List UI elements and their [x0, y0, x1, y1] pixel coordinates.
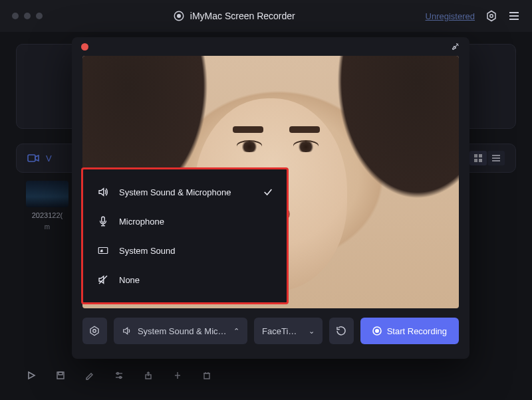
svg-rect-8: [474, 154, 477, 157]
list-view-button[interactable]: [487, 151, 505, 165]
export-icon[interactable]: [144, 371, 153, 380]
play-icon[interactable]: [27, 371, 36, 380]
svg-rect-25: [204, 373, 209, 379]
chevron-down-icon: ⌄: [309, 327, 315, 336]
edit-icon[interactable]: [85, 371, 94, 380]
svg-rect-17: [59, 372, 63, 375]
record-icon: [372, 326, 382, 336]
speaker-icon: [122, 326, 132, 336]
audio-source-label: System Sound & Microphone: [138, 326, 227, 336]
svg-point-1: [177, 14, 181, 18]
app-title-text: iMyMac Screen Recorder: [190, 11, 295, 21]
audio-source-dropdown[interactable]: System Sound & Microphone ⌃: [114, 318, 247, 344]
audio-option-label: System Sound & Microphone: [119, 187, 231, 197]
svg-point-3: [490, 15, 493, 18]
video-icon: [27, 153, 39, 163]
thumbnail-filename-line2: m: [45, 223, 50, 231]
svg-marker-29: [90, 326, 98, 336]
svg-marker-2: [487, 11, 495, 21]
app-logo-icon: [173, 10, 185, 22]
chevron-up-icon: ⌃: [233, 327, 239, 336]
audio-option-system-and-mic[interactable]: System Sound & Microphone: [83, 177, 287, 207]
audio-option-microphone[interactable]: Microphone: [83, 207, 287, 236]
bottom-toolbar: [27, 371, 211, 380]
svg-point-32: [375, 329, 379, 333]
svg-rect-36: [98, 248, 108, 254]
menu-icon[interactable]: [508, 11, 520, 21]
sliders-icon[interactable]: [114, 371, 124, 380]
svg-rect-33: [102, 217, 105, 222]
titlebar: iMyMac Screen Recorder Unregistered: [0, 0, 532, 32]
svg-rect-9: [479, 154, 482, 157]
audio-option-label: System Sound: [119, 246, 176, 256]
preview-close-button[interactable]: [81, 43, 88, 50]
view-toggle: [469, 151, 505, 165]
media-tab-label[interactable]: V: [46, 153, 52, 163]
start-recording-label: Start Recording: [387, 326, 447, 336]
svg-rect-10: [474, 159, 477, 162]
app-title: iMyMac Screen Recorder: [43, 10, 426, 22]
speaker-icon: [96, 186, 110, 198]
svg-rect-11: [479, 159, 482, 162]
media-thumbnail[interactable]: 2023122( m: [19, 181, 76, 231]
camera-source-label: FaceTime …: [262, 326, 302, 336]
pin-icon[interactable]: [449, 40, 462, 53]
camera-source-dropdown[interactable]: FaceTime … ⌄: [254, 318, 323, 344]
compress-icon[interactable]: [173, 371, 182, 380]
maximize-window-button[interactable]: [36, 13, 43, 19]
svg-point-30: [93, 330, 96, 333]
audio-option-none[interactable]: None: [83, 265, 287, 294]
check-icon: [263, 187, 273, 197]
grid-view-button[interactable]: [469, 151, 487, 165]
window-controls: [12, 13, 43, 19]
start-recording-button[interactable]: Start Recording: [360, 318, 459, 344]
minimize-window-button[interactable]: [24, 13, 31, 19]
svg-rect-7: [28, 155, 35, 161]
audio-source-menu: System Sound & Microphone Microphone Sys…: [81, 167, 289, 304]
registration-link[interactable]: Unregistered: [426, 11, 475, 21]
thumbnail-filename: 2023122(: [32, 211, 63, 219]
delete-icon[interactable]: [202, 371, 211, 380]
preview-controls: System Sound & Microphone ⌃ FaceTime … ⌄…: [72, 308, 469, 344]
audio-option-label: None: [119, 275, 140, 285]
audio-option-system-sound[interactable]: System Sound: [83, 236, 287, 265]
audio-option-label: Microphone: [119, 217, 164, 227]
close-window-button[interactable]: [12, 13, 19, 19]
microphone-icon: [96, 215, 110, 227]
system-sound-icon: [96, 245, 110, 256]
mute-icon: [96, 274, 110, 286]
media-tabs: V: [27, 153, 52, 163]
thumbnail-image: [26, 181, 68, 207]
preview-settings-button[interactable]: [82, 318, 107, 344]
settings-icon[interactable]: [485, 10, 497, 22]
preview-titlebar: [72, 37, 469, 56]
svg-marker-15: [29, 372, 35, 379]
save-icon[interactable]: [56, 371, 65, 380]
titlebar-right: Unregistered: [426, 10, 520, 22]
reset-button[interactable]: [329, 318, 354, 344]
